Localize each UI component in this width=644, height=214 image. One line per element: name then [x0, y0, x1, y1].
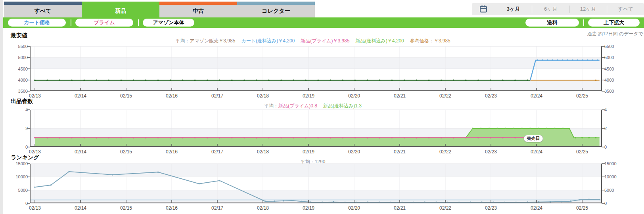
y-tick-label: 15000 — [8, 161, 28, 166]
calendar-icon — [472, 5, 495, 13]
price-tracker-page: すべて 新品 中古 コレクター 3ヶ月 6ヶ月 12ヶ月 — [0, 0, 644, 214]
y-tick-label: 2 — [604, 126, 624, 131]
y-tick-label: 0 — [604, 201, 624, 206]
chart-plot-0 — [30, 46, 602, 91]
prime-button[interactable]: プライム — [75, 19, 133, 27]
range-all[interactable]: すべて — [607, 6, 644, 13]
x-tick-label: 02/16 — [158, 149, 186, 155]
x-tick-label: 02/20 — [340, 205, 368, 211]
tab-new-strip — [82, 2, 159, 5]
tab-collector-strip — [237, 2, 315, 5]
tab-used[interactable]: 中古 — [159, 2, 237, 17]
x-tick-label: 02/13 — [21, 205, 49, 211]
legend-item: 新品(送料込み)1.3 — [323, 103, 362, 109]
x-tick-label: 02/19 — [295, 149, 322, 155]
x-tick-label: 02/23 — [477, 205, 505, 211]
range-12m[interactable]: 12ヶ月 — [570, 6, 607, 13]
filter-separator — [583, 19, 584, 26]
condition-tabs: すべて 新品 中古 コレクター — [4, 2, 315, 17]
y-tick-label: 4 — [8, 107, 28, 112]
x-tick-label: 02/14 — [67, 205, 94, 211]
chart-legend: 平均：アマゾン販売￥3,985カート(送料込み)￥4,200新品(プライム)￥3… — [30, 38, 602, 44]
x-tick-label: 02/18 — [249, 149, 277, 155]
x-tick-label: 02/21 — [386, 149, 414, 155]
x-tick-label: 02/20 — [340, 93, 368, 99]
x-tick-label: 02/24 — [523, 149, 550, 155]
x-tick-label: 02/17 — [203, 93, 231, 99]
cart-price-button[interactable]: カート価格 — [8, 19, 66, 27]
x-tick-label: 02/22 — [431, 205, 459, 211]
x-tick-label: 02/15 — [112, 205, 140, 211]
x-tick-label: 02/16 — [158, 93, 186, 99]
legend-item: 参考価格：￥3,985 — [410, 38, 450, 44]
chart-title: 最安値 — [11, 32, 27, 39]
release-date-badge: 発売日 — [523, 135, 543, 142]
y-tick-label: 4500 — [604, 67, 624, 71]
x-tick-label: 02/25 — [568, 149, 596, 155]
tab-all-label: すべて — [4, 5, 82, 17]
tab-collector[interactable]: コレクター — [237, 2, 315, 17]
y-tick-label: 5500 — [8, 44, 28, 49]
range-3m[interactable]: 3ヶ月 — [495, 6, 532, 13]
x-tick-label: 02/15 — [112, 93, 140, 99]
filter-separator — [71, 19, 71, 26]
chart-plot-2 — [30, 164, 602, 203]
amazon-direct-button[interactable]: アマゾン本体 — [143, 19, 194, 27]
y-tick-label: 4000 — [604, 78, 624, 82]
x-tick-label: 02/20 — [340, 149, 368, 155]
x-tick-label: 02/25 — [568, 205, 596, 211]
legend-item: 平均： — [264, 103, 278, 109]
y-tick-label: 5000 — [8, 188, 28, 193]
filter-bar: カート価格 プライム アマゾン本体 送料 上下拡大 — [3, 17, 644, 28]
range-6m[interactable]: 6ヶ月 — [532, 6, 569, 13]
x-tick-label: 02/18 — [249, 93, 277, 99]
tab-used-label: 中古 — [159, 5, 237, 17]
left-edge-strip — [0, 0, 3, 214]
x-tick-label: 02/22 — [431, 149, 459, 155]
x-tick-label: 02/23 — [477, 93, 505, 99]
x-tick-label: 02/25 — [568, 93, 596, 99]
shipping-button[interactable]: 送料 — [525, 19, 579, 27]
x-tick-label: 02/19 — [295, 93, 322, 99]
tab-all-strip — [4, 2, 82, 5]
data-period-notice: 過去 約12日間 のデータで — [587, 31, 643, 37]
x-tick-label: 02/13 — [21, 149, 49, 155]
x-tick-label: 02/14 — [67, 149, 94, 155]
time-range-bar: 3ヶ月 6ヶ月 12ヶ月 すべて — [472, 3, 644, 15]
legend-item: カート(送料込み)￥4,200 — [241, 38, 295, 44]
tab-used-strip — [159, 2, 237, 5]
filter-separator — [138, 19, 139, 26]
chart-legend: 平均：新品(プライム)0.8新品(送料込み)1.3 — [30, 103, 602, 109]
y-tick-label: 0 — [604, 145, 624, 149]
x-tick-label: 02/24 — [523, 93, 550, 99]
legend-item: アマゾン販売￥3,985 — [190, 38, 235, 44]
x-tick-label: 02/14 — [67, 93, 94, 99]
x-tick-label: 02/24 — [523, 205, 550, 211]
x-tick-label: 02/21 — [386, 93, 414, 99]
tab-new[interactable]: 新品 — [82, 2, 159, 17]
legend-item: 新品(プライム)0.8 — [278, 103, 317, 109]
y-tick-label: 5000 — [8, 55, 28, 60]
x-tick-label: 02/17 — [203, 149, 231, 155]
x-tick-label: 02/22 — [431, 93, 459, 99]
tab-collector-label: コレクター — [237, 5, 315, 17]
zoom-vertical-button[interactable]: 上下拡大 — [588, 19, 640, 27]
tab-new-label: 新品 — [82, 5, 159, 17]
x-tick-label: 02/23 — [477, 149, 505, 155]
y-tick-label: 3500 — [604, 89, 624, 94]
x-tick-label: 02/16 — [158, 205, 186, 211]
y-tick-label: 4000 — [8, 78, 28, 82]
legend-item: 新品(プライム)￥3,985 — [301, 38, 349, 44]
tab-all[interactable]: すべて — [4, 2, 82, 17]
legend-item: 新品(送料込み)￥4,200 — [355, 38, 404, 44]
chart-plot-1 — [30, 110, 602, 147]
y-tick-label: 2 — [8, 126, 28, 131]
y-tick-label: 4500 — [8, 67, 28, 71]
y-tick-label: 5500 — [604, 44, 624, 49]
y-tick-label: 5000 — [604, 55, 624, 60]
x-tick-label: 02/18 — [249, 205, 277, 211]
y-tick-label: 10000 — [604, 174, 624, 179]
y-tick-label: 5000 — [604, 188, 624, 193]
x-tick-label: 02/15 — [112, 149, 140, 155]
x-tick-label: 02/19 — [295, 205, 322, 211]
